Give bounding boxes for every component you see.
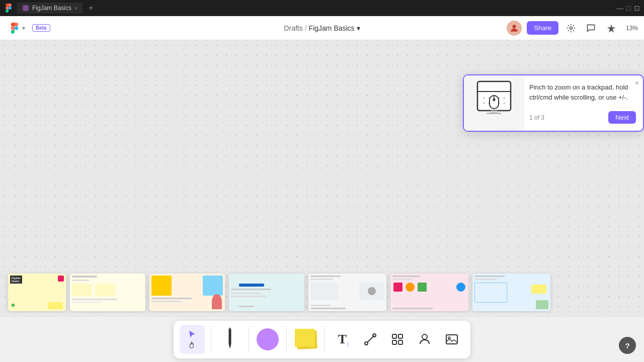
image-tool-btn[interactable] (439, 325, 464, 354)
svg-rect-20 (229, 328, 231, 344)
user-avatar[interactable] (507, 21, 522, 36)
thumb-7-chat (536, 300, 548, 309)
svg-rect-0 (23, 5, 29, 11)
figjam-tab-icon (22, 5, 29, 12)
collapse-btn[interactable]: — (617, 4, 624, 12)
pen-icon (224, 327, 236, 352)
thumb-7-inner (472, 274, 550, 311)
main-menu-btn[interactable]: ▾ (6, 21, 28, 36)
slide-thumb-1[interactable]: FigJambasics (8, 274, 66, 311)
mouse-illustration (476, 80, 512, 126)
tooltip-next-btn[interactable]: Next (608, 111, 636, 124)
sticky-tool-btn[interactable] (293, 325, 318, 354)
thumb-6-text1 (392, 276, 420, 277)
canvas-area[interactable]: Pinch to zoom on a trackpad, hold ctrl/c… (0, 40, 644, 317)
thumb-5-line2 (310, 305, 331, 306)
add-tab-btn[interactable]: + (89, 4, 93, 13)
text-tool-btn[interactable]: T | (331, 325, 356, 354)
nav-bar: ▾ Beta Drafts / FigJam Basics ▾ Share (0, 16, 644, 40)
main-menu-chevron: ▾ (22, 25, 25, 32)
minimize-btn[interactable]: □ (627, 4, 631, 12)
slide-thumb-2[interactable] (70, 274, 145, 311)
svg-point-5 (484, 98, 485, 99)
slide-thumb-4[interactable] (229, 274, 304, 311)
divider-2 (249, 327, 249, 352)
thumb-4-line4 (239, 306, 254, 307)
title-bar-controls: — □ ⊡ (617, 4, 640, 12)
style-settings-btn[interactable] (564, 21, 579, 36)
thumb-2-sticky1 (72, 284, 92, 296)
thumb-6-line (392, 308, 433, 309)
plugins-tool-btn[interactable] (385, 325, 410, 354)
thumb-1-label: FigJambasics (10, 276, 22, 284)
maximize-btn[interactable]: ⊡ (634, 4, 640, 12)
thumb-3-sticky (151, 276, 172, 296)
tooltip-content: Pinch to zoom on a trackpad, hold ctrl/c… (524, 75, 643, 131)
comment-icon (586, 23, 596, 33)
thumb-3-line2 (151, 301, 182, 302)
canvas-wrapper: Pinch to zoom on a trackpad, hold ctrl/c… (0, 40, 644, 317)
thumb-2-text2 (72, 280, 90, 281)
thumb-3-line (151, 298, 192, 299)
thumb-6-inner (390, 274, 468, 311)
thumb-2-text1 (72, 276, 97, 278)
help-button[interactable]: ? (619, 337, 636, 354)
divider-3 (286, 327, 287, 352)
svg-marker-21 (229, 344, 231, 348)
svg-rect-18 (491, 111, 498, 113)
thumb-7-text2 (474, 279, 497, 280)
sparkle-icon (606, 23, 616, 33)
svg-point-23 (365, 342, 368, 345)
cursor-tool-btn[interactable] (180, 325, 205, 354)
connector-tool-section (358, 325, 383, 354)
svg-rect-30 (446, 335, 457, 344)
svg-rect-22 (229, 328, 230, 330)
shape-tool-section (255, 325, 280, 354)
breadcrumb-separator: / (305, 24, 307, 32)
thumb-6-shape3 (418, 283, 427, 292)
thumb-2-sticky2 (95, 284, 115, 296)
slide-thumb-3[interactable] (149, 274, 225, 311)
circle-tool-btn[interactable] (255, 325, 280, 354)
tooltip-footer: 1 of 3 Next (529, 111, 636, 124)
stamp-icon (418, 333, 431, 346)
drafts-link[interactable]: Drafts (284, 24, 302, 32)
thumb-5-inner (308, 274, 386, 311)
text-tool-T-icon: T (338, 332, 347, 347)
style-settings-icon (566, 23, 576, 33)
comment-btn[interactable] (584, 21, 599, 36)
thumb-5-avatar (359, 283, 384, 300)
plugins-tool-section (385, 325, 410, 354)
svg-point-14 (504, 103, 505, 104)
tooltip-close-btn[interactable]: × (635, 79, 639, 86)
slide-thumb-6[interactable] (390, 274, 468, 311)
current-file-name[interactable]: FigJam Basics ▾ (309, 24, 360, 32)
close-tab-btn[interactable]: × (74, 6, 77, 11)
thumb-7-text1 (474, 276, 505, 277)
svg-rect-27 (392, 340, 396, 344)
stamp-tool-btn[interactable] (412, 325, 437, 354)
share-button[interactable]: Share (527, 21, 558, 35)
slide-thumb-7[interactable] (472, 274, 550, 311)
thumb-1-shape2 (10, 302, 16, 308)
tooltip-counter: 1 of 3 (529, 114, 544, 121)
beta-badge: Beta (32, 24, 50, 32)
pen-tool-btn[interactable] (217, 325, 243, 354)
text-tool-section: T | (331, 325, 356, 354)
thumb-2-text3 (72, 299, 117, 300)
image-tool-section (439, 325, 464, 354)
tooltip-text: Pinch to zoom on a trackpad, hold ctrl/c… (529, 82, 636, 102)
slide-thumb-5[interactable] (308, 274, 386, 311)
connector-tool-btn[interactable] (358, 325, 383, 354)
tab-figjam-basics[interactable]: FigJam Basics × (17, 3, 83, 14)
thumb-6-shape2 (406, 283, 415, 292)
thumb-3-inner (149, 274, 225, 311)
sparkle-btn[interactable] (604, 21, 619, 36)
slide-row: FigJambasics (0, 272, 644, 313)
svg-point-17 (493, 99, 496, 101)
svg-rect-26 (398, 334, 403, 338)
sticky-tool-section (293, 325, 318, 354)
thumb-4-rect (239, 284, 264, 287)
tooltip-popup: Pinch to zoom on a trackpad, hold ctrl/c… (463, 74, 644, 132)
svg-rect-19 (487, 113, 502, 114)
